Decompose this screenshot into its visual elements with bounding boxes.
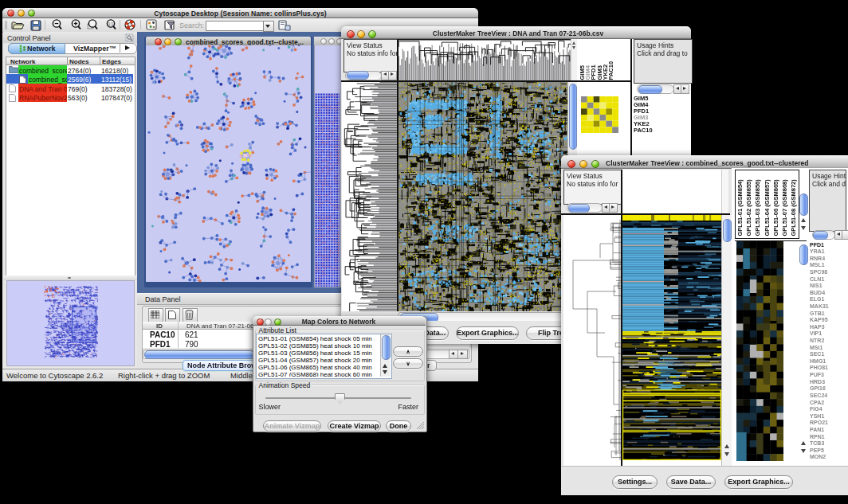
svg-text:1:1: 1:1 xyxy=(108,22,114,26)
